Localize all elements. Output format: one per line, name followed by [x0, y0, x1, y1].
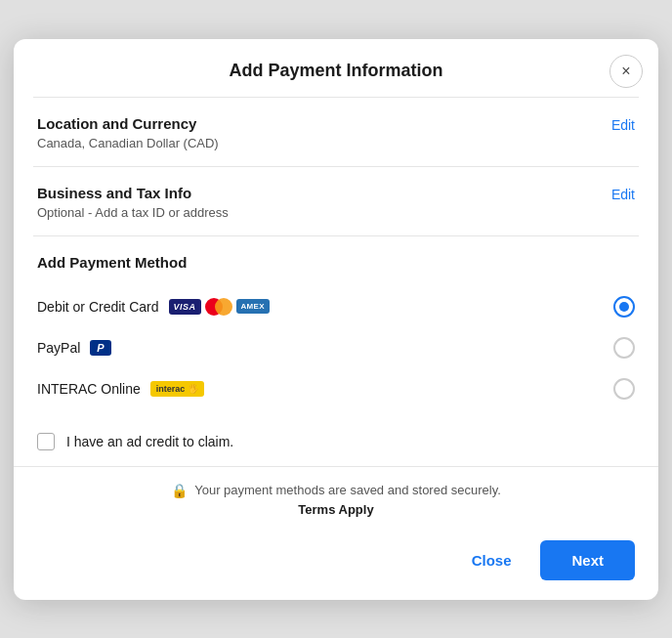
payment-option-paypal[interactable]: PayPal P — [37, 327, 635, 368]
secure-message: Your payment methods are saved and store… — [194, 483, 501, 497]
payment-section-title: Add Payment Method — [37, 254, 635, 271]
location-edit-link[interactable]: Edit — [611, 115, 635, 133]
business-content: Business and Tax Info Optional - Add a t… — [37, 185, 229, 220]
paypal-option-left: PayPal P — [37, 340, 111, 356]
modal-header: Add Payment Information × — [14, 39, 658, 97]
ad-credit-checkbox[interactable] — [37, 433, 55, 450]
modal-footer: Close Next — [14, 531, 658, 600]
interac-radio[interactable] — [613, 378, 635, 400]
lock-icon: 🔒 — [171, 483, 188, 498]
interac-label: INTERAC Online — [37, 381, 141, 397]
paypal-label: PayPal — [37, 340, 80, 356]
secure-section: 🔒 Your payment methods are saved and sto… — [14, 466, 658, 531]
paypal-badge: P — [90, 340, 110, 356]
amex-badge: AMEX — [236, 299, 270, 314]
next-button[interactable]: Next — [540, 540, 635, 580]
modal-title: Add Payment Information — [229, 61, 442, 81]
payment-option-interac[interactable]: INTERAC Online interac 🖐 — [37, 368, 635, 409]
location-title: Location and Currency — [37, 115, 219, 132]
card-radio[interactable] — [613, 296, 635, 318]
business-tax-section: Business and Tax Info Optional - Add a t… — [14, 167, 658, 235]
interac-option-left: INTERAC Online interac 🖐 — [37, 381, 204, 397]
visa-badge: VISA — [169, 299, 201, 315]
close-button[interactable]: Close — [456, 542, 527, 578]
payment-option-card[interactable]: Debit or Credit Card VISA AMEX — [37, 286, 635, 327]
business-edit-link[interactable]: Edit — [611, 185, 635, 202]
ad-credit-row: I have an ad credit to claim. — [14, 421, 658, 466]
interac-badge: interac 🖐 — [150, 381, 204, 397]
payment-method-section: Add Payment Method Debit or Credit Card … — [14, 236, 658, 421]
location-content: Location and Currency Canada, Canadian D… — [37, 115, 219, 150]
modal-close-x-button[interactable]: × — [609, 55, 643, 88]
card-radio-inner — [619, 302, 629, 312]
card-option-left: Debit or Credit Card VISA AMEX — [37, 298, 270, 316]
ad-credit-label: I have an ad credit to claim. — [66, 434, 233, 449]
card-label: Debit or Credit Card — [37, 299, 159, 315]
mc-circle-orange — [215, 298, 232, 316]
location-currency-section: Location and Currency Canada, Canadian D… — [14, 98, 658, 166]
secure-row: 🔒 Your payment methods are saved and sto… — [171, 483, 501, 498]
card-badges: VISA AMEX — [169, 298, 270, 316]
paypal-radio[interactable] — [613, 337, 635, 359]
terms-link[interactable]: Terms Apply — [298, 502, 373, 517]
mastercard-badge — [205, 298, 232, 316]
location-subtitle: Canada, Canadian Dollar (CAD) — [37, 136, 219, 150]
business-title: Business and Tax Info — [37, 185, 229, 201]
business-subtitle: Optional - Add a tax ID or address — [37, 205, 229, 220]
modal: Add Payment Information × Location and C… — [14, 39, 658, 600]
